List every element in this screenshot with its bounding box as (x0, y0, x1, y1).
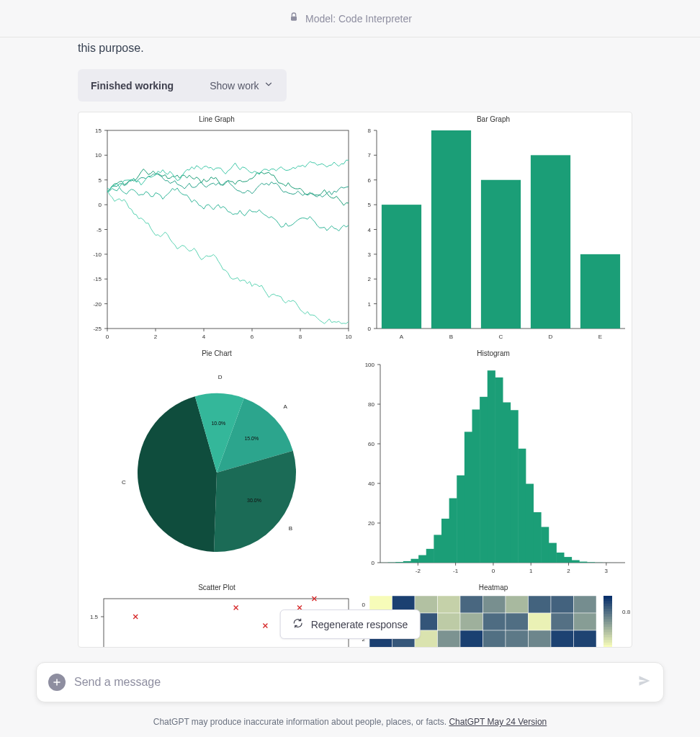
svg-rect-138 (460, 596, 483, 613)
svg-text:0: 0 (106, 334, 109, 340)
svg-text:0: 0 (372, 560, 375, 566)
svg-rect-163 (529, 630, 552, 647)
svg-text:1: 1 (368, 301, 372, 308)
scatter-title: Scatter Plot (78, 581, 355, 591)
svg-rect-97 (395, 562, 403, 563)
svg-text:8: 8 (299, 334, 302, 340)
svg-text:2: 2 (567, 568, 570, 574)
svg-text:D: D (218, 374, 223, 380)
svg-rect-152 (529, 613, 552, 630)
svg-rect-159 (438, 630, 461, 647)
svg-rect-58 (531, 155, 570, 329)
svg-rect-100 (418, 555, 426, 563)
svg-rect-106 (465, 432, 472, 563)
svg-rect-142 (551, 596, 574, 613)
svg-rect-122 (587, 562, 595, 563)
svg-rect-119 (564, 557, 572, 563)
svg-rect-120 (572, 560, 580, 563)
svg-text:4: 4 (202, 334, 206, 340)
svg-rect-116 (541, 527, 549, 563)
svg-rect-109 (488, 370, 495, 563)
bar-chart-title: Bar Graph (355, 112, 632, 123)
svg-rect-111 (503, 402, 511, 563)
svg-text:10.0%: 10.0% (211, 421, 225, 426)
svg-rect-105 (457, 475, 465, 563)
svg-rect-148 (438, 613, 461, 630)
svg-rect-101 (426, 549, 434, 563)
svg-text:7: 7 (368, 152, 372, 158)
svg-text:1.5: 1.5 (90, 614, 99, 620)
heatmap-title: Heatmap (355, 581, 632, 591)
svg-text:40: 40 (368, 481, 374, 487)
svg-rect-104 (449, 499, 457, 563)
svg-rect-0 (291, 17, 297, 21)
svg-text:D: D (549, 334, 553, 340)
svg-text:60: 60 (368, 441, 374, 447)
svg-text:2: 2 (154, 334, 158, 340)
svg-text:-15: -15 (93, 276, 102, 282)
svg-rect-164 (551, 630, 574, 647)
message-input[interactable] (74, 676, 629, 689)
svg-rect-162 (506, 630, 529, 647)
svg-text:5: 5 (99, 177, 102, 184)
regenerate-label: Regenerate response (311, 619, 408, 630)
svg-text:15.0%: 15.0% (244, 436, 259, 441)
svg-text:-1: -1 (453, 568, 459, 574)
svg-rect-154 (574, 613, 597, 630)
svg-text:B: B (289, 525, 292, 532)
work-status-text: Finished working (91, 80, 174, 91)
histogram-chart: Histogram 020406080100-2-10123 (355, 347, 632, 581)
svg-rect-153 (551, 613, 574, 630)
model-header: Model: Code Interpreter (0, 0, 700, 37)
svg-rect-102 (434, 535, 441, 563)
svg-text:100: 100 (365, 362, 375, 368)
svg-rect-52 (382, 205, 421, 329)
chart-output: Line Graph 0246810-25-20-15-10-5051015 B… (78, 112, 632, 648)
svg-rect-54 (431, 130, 471, 329)
svg-text:6: 6 (251, 334, 254, 340)
add-attachment-button[interactable] (48, 674, 66, 691)
svg-text:0.8: 0.8 (622, 609, 631, 615)
svg-rect-98 (403, 561, 411, 563)
svg-rect-160 (460, 630, 483, 647)
svg-rect-118 (556, 553, 564, 563)
svg-text:-20: -20 (93, 301, 102, 308)
svg-text:5: 5 (368, 202, 372, 208)
svg-text:-2: -2 (416, 568, 421, 574)
svg-rect-141 (529, 596, 552, 613)
svg-text:A: A (400, 334, 404, 340)
svg-rect-149 (460, 613, 483, 630)
svg-text:20: 20 (368, 520, 374, 527)
svg-rect-107 (472, 409, 480, 563)
response-text-tail: this purpose. (78, 42, 622, 55)
svg-text:0: 0 (492, 568, 495, 574)
svg-rect-110 (495, 378, 503, 563)
svg-rect-99 (411, 559, 419, 563)
svg-text:3: 3 (368, 251, 372, 258)
refresh-icon (292, 617, 304, 631)
regenerate-button[interactable]: Regenerate response (280, 609, 421, 639)
work-status-badge[interactable]: Finished working Show work (78, 69, 287, 102)
svg-text:A: A (283, 403, 287, 410)
line-chart-title: Line Graph (78, 112, 355, 123)
svg-text:8: 8 (368, 128, 372, 134)
svg-rect-60 (580, 254, 620, 329)
svg-rect-114 (526, 484, 534, 563)
svg-text:3: 3 (605, 568, 609, 574)
send-button[interactable] (637, 674, 652, 691)
lock-icon (288, 12, 300, 25)
svg-rect-56 (481, 180, 521, 329)
show-work-label: Show work (210, 80, 259, 91)
svg-text:80: 80 (368, 401, 374, 408)
svg-rect-121 (579, 562, 587, 563)
svg-text:-10: -10 (93, 251, 102, 258)
disclaimer-text: ChatGPT may produce inaccurate informati… (0, 717, 700, 727)
svg-text:-25: -25 (93, 326, 102, 332)
show-work-toggle[interactable]: Show work (210, 79, 273, 91)
svg-rect-143 (574, 596, 597, 613)
line-chart: Line Graph 0246810-25-20-15-10-5051015 (78, 112, 355, 347)
model-label: Model: Code Interpreter (305, 13, 412, 24)
bar-chart: Bar Graph 012345678ABCDE (355, 112, 632, 347)
svg-text:0: 0 (362, 602, 366, 608)
version-link[interactable]: ChatGPT May 24 Version (449, 717, 547, 727)
